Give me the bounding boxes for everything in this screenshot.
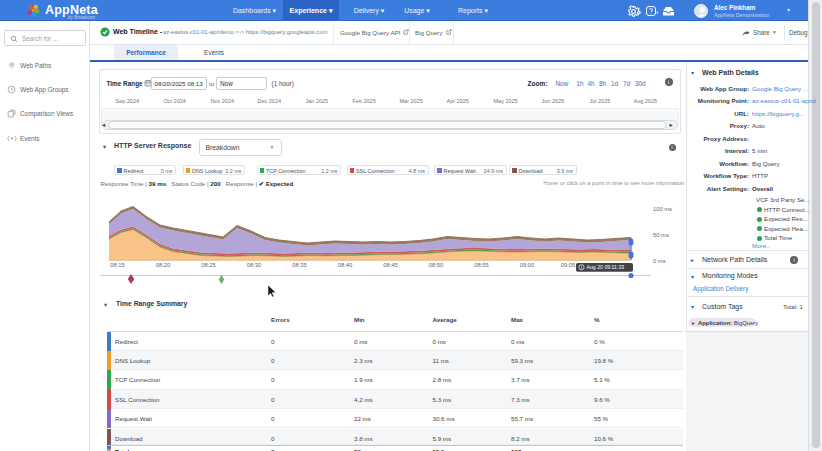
svg-text:08:25: 08:25 <box>201 262 216 268</box>
svg-text:100 ms: 100 ms <box>653 206 672 212</box>
svg-text:08:30: 08:30 <box>247 262 262 268</box>
svg-text:50 ms: 50 ms <box>653 232 669 238</box>
svg-text:i: i <box>581 265 582 270</box>
svg-text:09:05: 09:05 <box>561 262 576 268</box>
svg-text:0 ms: 0 ms <box>653 258 666 264</box>
svg-text:08:45: 08:45 <box>383 262 398 268</box>
svg-text:08:55: 08:55 <box>474 262 489 268</box>
svg-text:08:15: 08:15 <box>110 262 125 268</box>
svg-text:08:35: 08:35 <box>292 262 307 268</box>
svg-text:08:20: 08:20 <box>156 262 171 268</box>
svg-text:08:50: 08:50 <box>429 262 444 268</box>
svg-text:Aug 20 09:11:33: Aug 20 09:11:33 <box>587 264 625 270</box>
svg-text:09:00: 09:00 <box>520 262 535 268</box>
svg-text:08:40: 08:40 <box>338 262 353 268</box>
